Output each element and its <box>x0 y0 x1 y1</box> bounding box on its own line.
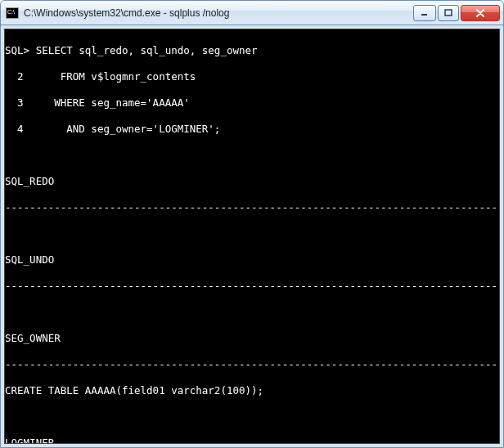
terminal-content: SQL> SELECT sql_redo, sql_undo, seg_owne… <box>4 29 500 444</box>
blank-line <box>5 306 499 319</box>
sql-prompt-line: SQL> SELECT sql_redo, sql_undo, seg_owne… <box>5 44 499 57</box>
sql-line-3: 3 WHERE seg_name='AAAAA' <box>5 96 499 110</box>
svg-rect-1 <box>445 10 452 16</box>
result-row: CREATE TABLE AAAAA(field01 varchar2(100)… <box>5 384 499 397</box>
sql-line-2: 2 FROM v$logmnr_contents <box>5 70 499 83</box>
window-title: C:\Windows\system32\cmd.exe - sqlplus /n… <box>24 7 412 19</box>
window-buttons <box>412 5 500 21</box>
terminal-output[interactable]: SQL> SELECT sql_redo, sql_undo, seg_owne… <box>5 29 499 443</box>
column-header-redo: SQL_REDO <box>5 175 499 188</box>
column-header-undo: SQL_UNDO <box>5 253 499 267</box>
divider: ----------------------------------------… <box>5 201 499 214</box>
divider: ----------------------------------------… <box>5 280 499 293</box>
minimize-button[interactable] <box>413 5 436 21</box>
column-header-owner: SEG_OWNER <box>5 332 499 345</box>
maximize-button[interactable] <box>438 5 459 21</box>
terminal-scroll[interactable]: SQL> SELECT sql_redo, sql_undo, seg_owne… <box>5 29 499 443</box>
close-button[interactable] <box>461 5 500 21</box>
divider: ----------------------------------------… <box>5 358 499 371</box>
blank-line <box>5 410 499 423</box>
app-window: C:\ C:\Windows\system32\cmd.exe - sqlplu… <box>0 0 504 448</box>
cmd-icon: C:\ <box>6 7 19 19</box>
titlebar[interactable]: C:\ C:\Windows\system32\cmd.exe - sqlplu… <box>1 1 503 25</box>
sql-line-4: 4 AND seg_owner='LOGMINER'; <box>5 123 499 136</box>
blank-line <box>5 149 499 162</box>
result-row: LOGMINER <box>5 437 499 443</box>
blank-line <box>5 227 499 240</box>
